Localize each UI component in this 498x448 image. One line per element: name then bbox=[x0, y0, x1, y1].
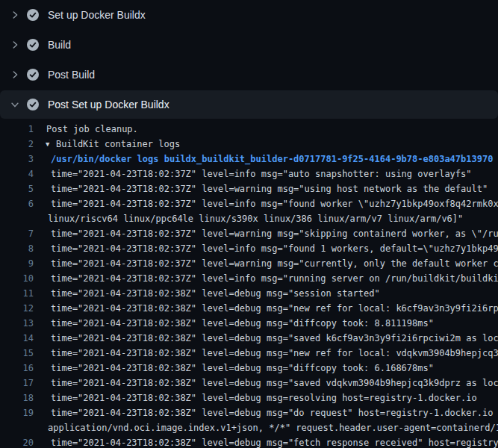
log-line-text: time="2021-04-23T18:02:38Z" level=debug … bbox=[51, 361, 434, 376]
log-line-number[interactable]: 9 bbox=[0, 256, 34, 271]
log-line-number[interactable]: 15 bbox=[0, 346, 34, 361]
log-line-number[interactable]: 5 bbox=[0, 181, 34, 196]
log-line-number[interactable]: 8 bbox=[0, 241, 34, 256]
log-line-text: time="2021-04-23T18:02:38Z" level=debug … bbox=[51, 376, 498, 391]
log-line-number[interactable]: 4 bbox=[0, 167, 34, 181]
log-line: 6 time="2021-04-23T18:02:37Z" level=info… bbox=[0, 196, 498, 211]
log-line-text: application/vnd.oci.image.index.v1+json,… bbox=[48, 420, 498, 435]
log-line: 8 time="2021-04-23T18:02:37Z" level=info… bbox=[0, 241, 498, 256]
actions-log-viewer: Set up Docker Buildx Build P bbox=[0, 0, 498, 448]
log-line-number[interactable]: 18 bbox=[0, 391, 34, 405]
log-line: application/vnd.oci.image.index.v1+json,… bbox=[0, 420, 498, 435]
log-line: 13 time="2021-04-23T18:02:38Z" level=deb… bbox=[0, 316, 498, 331]
log-line: 20 time="2021-04-23T18:02:38Z" level=deb… bbox=[0, 435, 498, 448]
log-line-number[interactable]: 2 bbox=[0, 137, 34, 152]
log-line-text: time="2021-04-23T18:02:37Z" level=warnin… bbox=[51, 181, 488, 196]
log-line-number[interactable]: 19 bbox=[0, 405, 34, 420]
step-row-collapsed[interactable]: Build bbox=[0, 30, 498, 60]
step-label: Set up Docker Buildx bbox=[48, 9, 146, 21]
log-line-text: time="2021-04-23T18:02:38Z" level=debug … bbox=[51, 405, 498, 420]
log-line-number[interactable] bbox=[0, 211, 34, 226]
log-line: 10 time="2021-04-23T18:02:37Z" level=inf… bbox=[0, 271, 498, 286]
log-line-text: BuildKit container logs bbox=[56, 137, 180, 152]
log-line: 2 ▼ BuildKit container logs bbox=[0, 137, 498, 152]
log-line-number[interactable]: 16 bbox=[0, 361, 34, 376]
log-line: 1 Post job cleanup. bbox=[0, 122, 498, 137]
step-label: Post Set up Docker Buildx bbox=[48, 99, 169, 111]
check-circle-icon bbox=[27, 99, 39, 111]
step-label: Post Build bbox=[48, 69, 95, 81]
step-row-expanded[interactable]: Post Set up Docker Buildx bbox=[0, 90, 498, 119]
log-line: 18 time="2021-04-23T18:02:38Z" level=deb… bbox=[0, 391, 498, 405]
check-circle-icon bbox=[27, 69, 39, 81]
log-line-number[interactable]: 10 bbox=[0, 271, 34, 286]
chevron-down-icon bbox=[9, 99, 21, 111]
log-line-number[interactable]: 13 bbox=[0, 316, 34, 331]
check-circle-icon bbox=[27, 9, 39, 21]
log-line-number[interactable]: 7 bbox=[0, 226, 34, 241]
chevron-right-icon bbox=[9, 39, 21, 51]
log-line-number[interactable]: 3 bbox=[0, 152, 34, 167]
chevron-right-icon bbox=[9, 69, 21, 81]
log-line: 9 time="2021-04-23T18:02:37Z" level=warn… bbox=[0, 256, 498, 271]
log-line: 11 time="2021-04-23T18:02:38Z" level=deb… bbox=[0, 286, 498, 301]
log-line-text: time="2021-04-23T18:02:37Z" level=info m… bbox=[51, 167, 472, 181]
log-line-text: time="2021-04-23T18:02:37Z" level=info m… bbox=[51, 196, 498, 211]
log-line: 19 time="2021-04-23T18:02:38Z" level=deb… bbox=[0, 405, 498, 420]
log-line-text: time="2021-04-23T18:02:38Z" level=debug … bbox=[51, 316, 434, 331]
log-line-text: time="2021-04-23T18:02:38Z" level=debug … bbox=[51, 286, 380, 301]
log-line: 16 time="2021-04-23T18:02:38Z" level=deb… bbox=[0, 361, 498, 376]
log-line-text: time="2021-04-23T18:02:37Z" level=info m… bbox=[51, 271, 498, 286]
log-line-number[interactable]: 1 bbox=[0, 122, 34, 137]
log-line-number[interactable]: 6 bbox=[0, 196, 34, 211]
step-label: Build bbox=[48, 39, 71, 51]
log-line-text: time="2021-04-23T18:02:38Z" level=debug … bbox=[51, 331, 498, 346]
log-line: 12 time="2021-04-23T18:02:38Z" level=deb… bbox=[0, 301, 498, 316]
log-line-text: Post job cleanup. bbox=[46, 122, 138, 137]
log-line-text: time="2021-04-23T18:02:38Z" level=debug … bbox=[51, 391, 477, 405]
log-line-text: time="2021-04-23T18:02:38Z" level=debug … bbox=[51, 435, 498, 448]
step-row-collapsed[interactable]: Post Build bbox=[0, 60, 498, 90]
log-line-number[interactable]: 17 bbox=[0, 376, 34, 391]
steps-list: Set up Docker Buildx Build P bbox=[0, 0, 498, 119]
log-line-text: linux/riscv64 linux/ppc64le linux/s390x … bbox=[48, 211, 463, 226]
step-row-collapsed[interactable]: Set up Docker Buildx bbox=[0, 0, 498, 30]
log-line-number[interactable]: 20 bbox=[0, 435, 34, 448]
log-line-text: time="2021-04-23T18:02:37Z" level=info m… bbox=[51, 241, 498, 256]
log-line: 3 /usr/bin/docker logs buildx_buildkit_b… bbox=[0, 152, 498, 167]
triangle-down-icon[interactable]: ▼ bbox=[46, 137, 53, 152]
chevron-right-icon bbox=[9, 9, 21, 21]
check-circle-icon bbox=[27, 39, 39, 51]
log-line-number[interactable]: 14 bbox=[0, 331, 34, 346]
log-line-text: /usr/bin/docker logs buildx_buildkit_bui… bbox=[51, 152, 493, 167]
log-line: 14 time="2021-04-23T18:02:38Z" level=deb… bbox=[0, 331, 498, 346]
log-line: 4 time="2021-04-23T18:02:37Z" level=info… bbox=[0, 167, 498, 181]
log-line-number[interactable]: 11 bbox=[0, 286, 34, 301]
log-line-number[interactable]: 12 bbox=[0, 301, 34, 316]
log-line-text: time="2021-04-23T18:02:38Z" level=debug … bbox=[51, 346, 498, 361]
log-line: 5 time="2021-04-23T18:02:37Z" level=warn… bbox=[0, 181, 498, 196]
log-line-text: time="2021-04-23T18:02:37Z" level=warnin… bbox=[51, 226, 498, 241]
log-line-text: time="2021-04-23T18:02:37Z" level=warnin… bbox=[51, 256, 498, 271]
log-line: 7 time="2021-04-23T18:02:37Z" level=warn… bbox=[0, 226, 498, 241]
log-line-text: time="2021-04-23T18:02:38Z" level=debug … bbox=[51, 301, 498, 316]
log-line-number[interactable] bbox=[0, 420, 34, 435]
log-line: linux/riscv64 linux/ppc64le linux/s390x … bbox=[0, 211, 498, 226]
log-line: 15 time="2021-04-23T18:02:38Z" level=deb… bbox=[0, 346, 498, 361]
log-line: 17 time="2021-04-23T18:02:38Z" level=deb… bbox=[0, 376, 498, 391]
log-container: 1 Post job cleanup. 2 ▼ BuildKit contain… bbox=[0, 119, 498, 448]
